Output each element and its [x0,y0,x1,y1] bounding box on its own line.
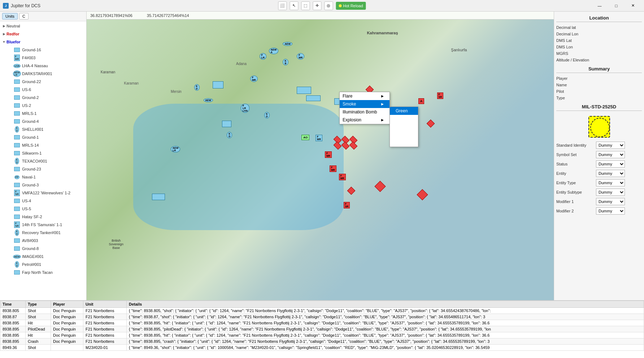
list-item[interactable]: Ground-4 [0,117,86,125]
tab-units[interactable]: Units [2,13,18,20]
expand-bluefor[interactable]: ▼ [1,39,6,44]
list-item[interactable]: AV8#003 [0,237,86,245]
select-modifier-2[interactable]: Dummy [596,207,625,215]
table-row[interactable]: 8938.87 Shot Doc Penguin F21 Norrbottens… [0,314,644,320]
list-item[interactable]: Ground-23 [0,165,86,173]
toolbar-btn-5[interactable]: ◎ [324,1,333,10]
map-marker-abcd[interactable]: AEWA [269,48,278,54]
expand-neutral[interactable]: ▶ [1,23,6,29]
list-item[interactable]: Ground-22 [0,78,86,86]
list-item[interactable]: US-5 [0,205,86,213]
toolbar-btn-3[interactable]: ⬚ [301,1,310,10]
list-item[interactable]: MRLS-1 [0,109,86,117]
list-item[interactable]: FNR 14th FS 'Samurais' 1-1 [0,221,86,229]
ctx-flare[interactable]: Flare ▶ [340,92,390,100]
table-row[interactable]: 8938.895 Crash Doc Penguin F21 Norrbotte… [0,338,644,345]
map-marker-kd2[interactable]: KD [264,112,270,118]
list-item[interactable]: Ground-8 [0,245,86,253]
table-row[interactable]: 8938.895 Hit Doc Penguin F21 Norrbottens… [0,332,644,338]
table-row[interactable]: 8949.36 Shot M23#020-01 { "time": 8949.3… [0,345,644,351]
table-row[interactable]: 8938.805 Shot Doc Penguin F21 Norrbotten… [0,308,644,314]
log-scroll-area[interactable]: Time Type Player Unit Details 8938.805 S… [0,301,644,358]
ctx-sub-green[interactable]: Green [390,107,418,115]
list-item[interactable]: US-6 [0,86,86,94]
table-row[interactable]: 8938.895 PilotDead Doc Penguin F21 Norrb… [0,326,644,332]
map-red-diamond-4[interactable] [375,181,386,192]
list-item[interactable]: FF Naval-1 [0,173,86,181]
list-item[interactable]: KD SHELL#001 [0,125,86,133]
tab-c[interactable]: C [19,13,29,20]
select-entity[interactable]: Dummy [596,170,625,177]
map-red-f-mr-3[interactable]: FMR [339,174,346,180]
map-container[interactable]: 36.8217934178941%06 35.7142677275464%14 … [87,12,554,300]
list-item[interactable]: AEWLR DARKSTAR#001 [0,70,86,78]
map-red-diamond-2[interactable] [426,119,435,128]
map-red-marker-f-sr[interactable]: FSR [437,92,444,99]
map-blue-rect-1[interactable] [213,81,223,89]
map-red-diamond-3[interactable] [347,187,355,195]
minimize-button[interactable]: — [591,0,608,12]
map-blue-rect-3[interactable] [306,95,321,101]
map-red-f-mr[interactable]: FMR [325,151,332,158]
list-item[interactable]: LHA LHA-4 Nassau [0,62,86,70]
map-marker-kd3[interactable]: KD [227,132,232,138]
map-marker-kd[interactable]: KD [194,84,200,91]
list-item[interactable]: Ground-1 [0,133,86,141]
toolbar-btn-4[interactable]: ✛ [313,1,321,10]
ctx-smoke[interactable]: Smoke ▶ Green Red White Orange Blue [340,100,390,108]
list-item[interactable]: KD Recovery Tanker#001 [0,229,86,237]
map-marker-f-mr[interactable]: FMR [297,53,304,60]
select-entity-subtype[interactable]: Dummy [596,189,625,196]
list-item[interactable]: FMR F4#003 [0,54,86,62]
select-status[interactable]: Dummy [596,160,625,168]
select-modifier-1[interactable]: Dummy [596,198,625,205]
list-item[interactable]: MRLS-14 [0,141,86,149]
list-item[interactable]: Hatay SF-2 [0,213,86,221]
list-item[interactable]: US-4 [0,197,86,205]
context-menu[interactable]: Flare ▶ Smoke ▶ Green Red White Orange B… [339,92,390,124]
toolbar-btn-2[interactable]: ↖ [290,1,298,10]
ctx-explosion[interactable]: Explosion ▶ [340,116,390,124]
toolbar-btn-1[interactable]: ⬜ [278,1,287,10]
map-marker-aew-2[interactable]: AEW [204,98,213,102]
select-entity-type[interactable]: Dummy [596,179,625,186]
ctx-illumination-bomb[interactable]: Illumination Bomb [340,108,390,116]
list-item[interactable]: Ground-3 [0,181,86,189]
list-item[interactable]: KD Petrol#001 [0,260,86,268]
map-red-cluster[interactable] [334,137,357,148]
ctx-sub-blue[interactable]: Blue [390,139,418,147]
table-row[interactable]: 8938.895 Hit Doc Penguin F21 Norrbottens… [0,320,644,326]
list-item[interactable]: Ground-16 [0,46,86,54]
group-bluefor[interactable]: ▼ Bluefor [0,38,86,46]
map-blue-rect-2[interactable] [297,87,311,94]
expand-redfor[interactable]: ▶ [1,31,6,36]
ctx-sub-red[interactable]: Red [390,115,418,123]
group-neutral[interactable]: ▶ Neutral [0,22,86,30]
list-item[interactable]: US-2 [0,102,86,109]
group-redfor[interactable]: ▶ Redfor [0,30,86,38]
ctx-sub-orange[interactable]: Orange [390,131,418,139]
map-marker-kb[interactable]: KB [283,59,288,65]
close-button[interactable]: ✕ [625,0,641,12]
map-red-f-sr[interactable]: FSR [344,202,350,208]
list-item[interactable]: Farp North Tacan [0,268,86,276]
map-red-marker-a[interactable]: A [418,98,425,104]
map-red-diamond-5[interactable] [417,189,428,200]
select-symbol-set[interactable]: Dummy [596,151,625,158]
map-background[interactable]: Kahramanmaraş Şanlıurfa Karaman Karaman … [87,20,554,300]
map-red-f-mr-2[interactable]: FMR [330,165,336,172]
ctx-sub-white[interactable]: White [390,123,418,131]
list-item[interactable]: Ground-2 [0,94,86,102]
list-item[interactable]: KD TEXACO#001 [0,157,86,165]
map-marker-f-lr[interactable]: FLR [260,53,266,60]
map-marker-aew[interactable]: AEW [283,42,292,46]
select-standard-identity[interactable]: Dummy [596,142,625,149]
map-blue-rect-4[interactable] [222,121,231,127]
hot-reload-button[interactable]: Hot Reload [336,2,366,10]
map-blue-rect-6[interactable] [152,194,165,200]
list-item[interactable]: FNR VMFA122 'Werewolves' 1-2 [0,189,86,197]
list-item[interactable]: AEW IMAGE#001 [0,253,86,260]
maximize-button[interactable]: □ [608,0,625,12]
map-blue-f-mr-ao[interactable]: FMR [316,135,322,141]
map-marker-f-mr-2[interactable]: FMR [250,76,258,82]
